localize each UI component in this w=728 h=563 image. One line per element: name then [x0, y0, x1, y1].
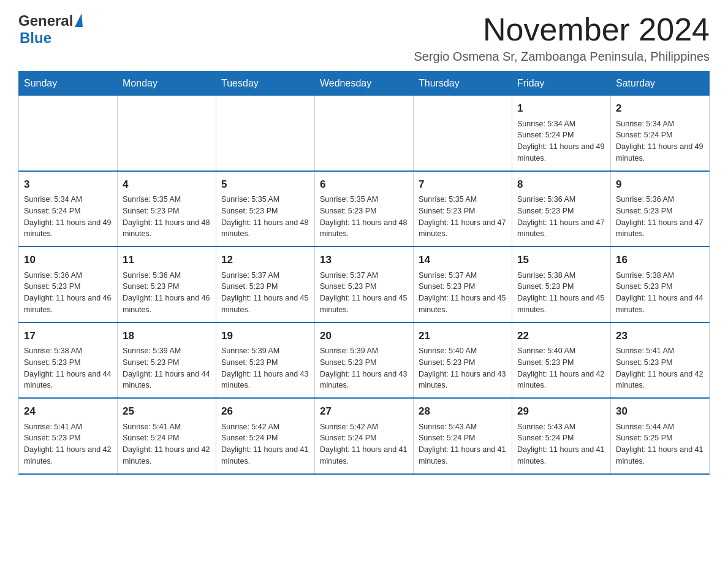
calendar-cell: 17Sunrise: 5:38 AM Sunset: 5:23 PM Dayli…	[19, 323, 118, 399]
day-info: Sunrise: 5:35 AM Sunset: 5:23 PM Dayligh…	[320, 194, 408, 240]
calendar-cell: 11Sunrise: 5:36 AM Sunset: 5:23 PM Dayli…	[118, 247, 216, 323]
calendar-cell: 21Sunrise: 5:40 AM Sunset: 5:23 PM Dayli…	[414, 323, 512, 399]
day-number: 26	[221, 404, 309, 419]
calendar-cell: 7Sunrise: 5:35 AM Sunset: 5:23 PM Daylig…	[414, 171, 512, 247]
day-number: 27	[320, 404, 408, 419]
calendar-cell: 22Sunrise: 5:40 AM Sunset: 5:23 PM Dayli…	[512, 323, 611, 399]
day-info: Sunrise: 5:40 AM Sunset: 5:23 PM Dayligh…	[419, 345, 507, 391]
day-info: Sunrise: 5:43 AM Sunset: 5:24 PM Dayligh…	[517, 421, 605, 467]
calendar-cell: 18Sunrise: 5:39 AM Sunset: 5:23 PM Dayli…	[118, 323, 216, 399]
day-number: 25	[123, 404, 211, 419]
day-number: 20	[320, 328, 408, 344]
day-info: Sunrise: 5:35 AM Sunset: 5:23 PM Dayligh…	[221, 194, 309, 240]
calendar-cell: 13Sunrise: 5:37 AM Sunset: 5:23 PM Dayli…	[315, 247, 414, 323]
day-number: 2	[616, 101, 704, 117]
calendar-cell: 27Sunrise: 5:42 AM Sunset: 5:24 PM Dayli…	[315, 398, 414, 474]
day-info: Sunrise: 5:36 AM Sunset: 5:23 PM Dayligh…	[517, 194, 605, 240]
day-info: Sunrise: 5:42 AM Sunset: 5:24 PM Dayligh…	[320, 421, 408, 467]
calendar-cell: 9Sunrise: 5:36 AM Sunset: 5:23 PM Daylig…	[611, 171, 710, 247]
logo-general-text: General	[18, 12, 73, 29]
calendar-cell: 23Sunrise: 5:41 AM Sunset: 5:23 PM Dayli…	[611, 323, 710, 399]
calendar-week-row: 17Sunrise: 5:38 AM Sunset: 5:23 PM Dayli…	[19, 323, 710, 399]
day-number: 8	[517, 177, 605, 193]
day-of-week-header: Saturday	[611, 72, 710, 96]
calendar-cell: 6Sunrise: 5:35 AM Sunset: 5:23 PM Daylig…	[315, 171, 414, 247]
day-number: 7	[419, 177, 507, 193]
day-number: 12	[221, 252, 309, 268]
day-info: Sunrise: 5:42 AM Sunset: 5:24 PM Dayligh…	[221, 421, 309, 467]
day-info: Sunrise: 5:38 AM Sunset: 5:23 PM Dayligh…	[517, 270, 605, 316]
day-number: 5	[221, 177, 309, 193]
calendar-cell: 3Sunrise: 5:34 AM Sunset: 5:24 PM Daylig…	[19, 171, 118, 247]
calendar-table: SundayMondayTuesdayWednesdayThursdayFrid…	[18, 71, 710, 475]
calendar-cell	[315, 96, 414, 171]
calendar-cell: 15Sunrise: 5:38 AM Sunset: 5:23 PM Dayli…	[512, 247, 611, 323]
day-of-week-header: Sunday	[19, 72, 118, 96]
day-info: Sunrise: 5:40 AM Sunset: 5:23 PM Dayligh…	[517, 345, 605, 391]
day-info: Sunrise: 5:37 AM Sunset: 5:23 PM Dayligh…	[221, 270, 309, 316]
day-of-week-header: Thursday	[414, 72, 512, 96]
day-number: 13	[320, 252, 408, 268]
title-block: November 2024 Sergio Osmena Sr, Zamboang…	[414, 12, 710, 64]
day-info: Sunrise: 5:35 AM Sunset: 5:23 PM Dayligh…	[123, 194, 211, 240]
calendar-cell: 14Sunrise: 5:37 AM Sunset: 5:23 PM Dayli…	[414, 247, 512, 323]
main-title: November 2024	[414, 12, 710, 47]
page-header: General Blue November 2024 Sergio Osmena…	[18, 12, 710, 64]
day-number: 3	[24, 177, 112, 193]
calendar-week-row: 1Sunrise: 5:34 AM Sunset: 5:24 PM Daylig…	[19, 96, 710, 171]
day-number: 18	[123, 328, 211, 344]
day-of-week-header: Friday	[512, 72, 611, 96]
day-info: Sunrise: 5:34 AM Sunset: 5:24 PM Dayligh…	[24, 194, 112, 240]
day-info: Sunrise: 5:41 AM Sunset: 5:24 PM Dayligh…	[123, 421, 211, 467]
day-info: Sunrise: 5:41 AM Sunset: 5:23 PM Dayligh…	[24, 421, 112, 467]
day-info: Sunrise: 5:34 AM Sunset: 5:24 PM Dayligh…	[616, 118, 704, 164]
day-info: Sunrise: 5:36 AM Sunset: 5:23 PM Dayligh…	[123, 270, 211, 316]
subtitle: Sergio Osmena Sr, Zamboanga Peninsula, P…	[414, 50, 710, 64]
day-of-week-header: Wednesday	[315, 72, 414, 96]
day-number: 24	[24, 404, 112, 419]
calendar-cell	[118, 96, 216, 171]
day-number: 29	[517, 404, 605, 419]
calendar-week-row: 24Sunrise: 5:41 AM Sunset: 5:23 PM Dayli…	[19, 398, 710, 474]
day-info: Sunrise: 5:38 AM Sunset: 5:23 PM Dayligh…	[24, 345, 112, 391]
logo-blue-text: Blue	[20, 29, 51, 46]
day-info: Sunrise: 5:43 AM Sunset: 5:24 PM Dayligh…	[419, 421, 507, 467]
day-info: Sunrise: 5:37 AM Sunset: 5:23 PM Dayligh…	[419, 270, 507, 316]
day-number: 19	[221, 328, 309, 344]
calendar-cell: 30Sunrise: 5:44 AM Sunset: 5:25 PM Dayli…	[611, 398, 710, 474]
calendar-cell: 12Sunrise: 5:37 AM Sunset: 5:23 PM Dayli…	[216, 247, 315, 323]
calendar-week-row: 3Sunrise: 5:34 AM Sunset: 5:24 PM Daylig…	[19, 171, 710, 247]
calendar-cell	[19, 96, 118, 171]
day-number: 11	[123, 252, 211, 268]
day-info: Sunrise: 5:34 AM Sunset: 5:24 PM Dayligh…	[517, 118, 605, 164]
logo-triangle-icon	[75, 13, 83, 27]
calendar-cell	[216, 96, 315, 171]
calendar-cell: 16Sunrise: 5:38 AM Sunset: 5:23 PM Dayli…	[611, 247, 710, 323]
day-info: Sunrise: 5:39 AM Sunset: 5:23 PM Dayligh…	[221, 345, 309, 391]
calendar-cell: 5Sunrise: 5:35 AM Sunset: 5:23 PM Daylig…	[216, 171, 315, 247]
calendar-cell: 29Sunrise: 5:43 AM Sunset: 5:24 PM Dayli…	[512, 398, 611, 474]
calendar-header-row: SundayMondayTuesdayWednesdayThursdayFrid…	[19, 72, 710, 96]
calendar-cell: 2Sunrise: 5:34 AM Sunset: 5:24 PM Daylig…	[611, 96, 710, 171]
day-number: 16	[616, 252, 704, 268]
day-number: 21	[419, 328, 507, 344]
day-info: Sunrise: 5:39 AM Sunset: 5:23 PM Dayligh…	[123, 345, 211, 391]
day-number: 23	[616, 328, 704, 344]
calendar-cell: 25Sunrise: 5:41 AM Sunset: 5:24 PM Dayli…	[118, 398, 216, 474]
calendar-cell: 28Sunrise: 5:43 AM Sunset: 5:24 PM Dayli…	[414, 398, 512, 474]
calendar-week-row: 10Sunrise: 5:36 AM Sunset: 5:23 PM Dayli…	[19, 247, 710, 323]
day-number: 10	[24, 252, 112, 268]
day-number: 9	[616, 177, 704, 193]
calendar-cell: 19Sunrise: 5:39 AM Sunset: 5:23 PM Dayli…	[216, 323, 315, 399]
day-number: 17	[24, 328, 112, 344]
calendar-cell: 1Sunrise: 5:34 AM Sunset: 5:24 PM Daylig…	[512, 96, 611, 171]
day-number: 22	[517, 328, 605, 344]
day-info: Sunrise: 5:37 AM Sunset: 5:23 PM Dayligh…	[320, 270, 408, 316]
day-info: Sunrise: 5:36 AM Sunset: 5:23 PM Dayligh…	[616, 194, 704, 240]
day-info: Sunrise: 5:36 AM Sunset: 5:23 PM Dayligh…	[24, 270, 112, 316]
calendar-cell: 24Sunrise: 5:41 AM Sunset: 5:23 PM Dayli…	[19, 398, 118, 474]
day-info: Sunrise: 5:35 AM Sunset: 5:23 PM Dayligh…	[419, 194, 507, 240]
day-of-week-header: Monday	[118, 72, 216, 96]
day-number: 6	[320, 177, 408, 193]
logo: General Blue	[18, 12, 83, 47]
